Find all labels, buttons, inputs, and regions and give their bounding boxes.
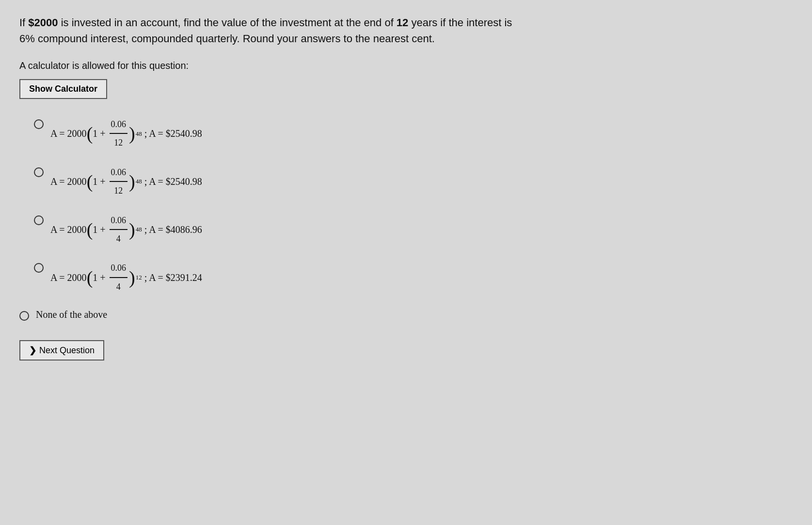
open-paren-d: (	[87, 268, 93, 287]
option-c: A = 2000 ( 1 + 0.06 4 ) 48 ; A = $4086.9…	[34, 213, 793, 247]
exponent-d: 12	[136, 272, 142, 283]
none-above-label: None of the above	[36, 309, 107, 320]
chevron-right-icon: ❯	[29, 345, 36, 356]
exponent-b: 48	[136, 176, 142, 187]
option-a-value: ; A = $2540.98	[142, 125, 202, 142]
option-b-value: ; A = $2540.98	[142, 173, 202, 190]
option-c-formula: A = 2000 ( 1 + 0.06 4 ) 48 ; A = $4086.9…	[50, 213, 202, 247]
option-b: A = 2000 ( 1 + 0.06 12 ) 48 ; A = $2540.…	[34, 164, 793, 199]
fraction-b: 0.06 12	[110, 164, 128, 199]
option-d: A = 2000 ( 1 + 0.06 4 ) 12 ; A = $2391.2…	[34, 260, 793, 295]
fraction-a: 0.06 12	[110, 116, 128, 151]
radio-option-c[interactable]	[34, 215, 44, 225]
open-paren-c: (	[87, 220, 93, 239]
close-paren-d: )	[129, 268, 135, 287]
option-d-value: ; A = $2391.24	[142, 269, 202, 286]
radio-none-above[interactable]	[19, 311, 29, 321]
calculator-label: A calculator is allowed for this questio…	[19, 60, 793, 71]
close-paren-c: )	[129, 220, 135, 239]
radio-option-d[interactable]	[34, 263, 44, 273]
question-years: 12	[397, 16, 408, 29]
fraction-d: 0.06 4	[110, 260, 128, 295]
option-d-formula: A = 2000 ( 1 + 0.06 4 ) 12 ; A = $2391.2…	[50, 260, 202, 295]
question-text: If $2000 is invested in an account, find…	[19, 15, 793, 47]
exponent-c: 48	[136, 224, 142, 235]
radio-option-a[interactable]	[34, 119, 44, 129]
fraction-c: 0.06 4	[110, 213, 128, 247]
question-amount: $2000	[28, 16, 58, 29]
radio-option-b[interactable]	[34, 167, 44, 177]
options-list: A = 2000 ( 1 + 0.06 12 ) 48 ; A = $2540.…	[34, 116, 793, 295]
close-paren-a: )	[129, 124, 135, 143]
open-paren-a: (	[87, 124, 93, 143]
exponent-a: 48	[136, 128, 142, 139]
close-paren-b: )	[129, 172, 135, 191]
option-b-formula: A = 2000 ( 1 + 0.06 12 ) 48 ; A = $2540.…	[50, 164, 202, 199]
question-line2: 6% compound interest, compounded quarter…	[19, 33, 435, 45]
open-paren-b: (	[87, 172, 93, 191]
none-above-option: None of the above	[19, 308, 793, 321]
show-calculator-button[interactable]: Show Calculator	[19, 79, 107, 99]
option-a: A = 2000 ( 1 + 0.06 12 ) 48 ; A = $2540.…	[34, 116, 793, 151]
next-question-button[interactable]: ❯ Next Question	[19, 340, 104, 361]
next-question-label: Next Question	[39, 345, 95, 356]
option-c-value: ; A = $4086.96	[142, 221, 202, 238]
option-a-formula: A = 2000 ( 1 + 0.06 12 ) 48 ; A = $2540.…	[50, 116, 202, 151]
